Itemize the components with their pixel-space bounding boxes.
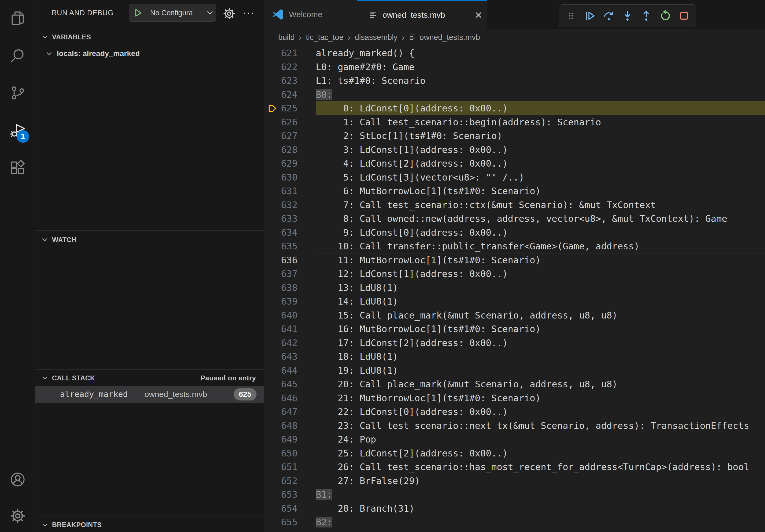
line-number[interactable]: 635 <box>269 239 298 253</box>
line-number[interactable]: 655 <box>269 515 298 529</box>
step-out-button[interactable] <box>639 9 653 23</box>
code-line-630[interactable]: 630 5: LdConst[3](vector<u8>: "" /..) <box>264 170 765 184</box>
line-number[interactable]: 632 <box>269 198 298 212</box>
code-line-648[interactable]: 648 23: Call test_scenario::next_tx(&mut… <box>264 419 765 432</box>
step-over-button[interactable] <box>602 9 616 23</box>
line-number[interactable]: 646 <box>269 391 298 405</box>
code-line-643[interactable]: 643 18: LdU8(1) <box>264 350 765 364</box>
code-line-623[interactable]: 623L1: ts#1#0: Scenario <box>264 74 765 88</box>
line-number[interactable]: 638 <box>269 281 298 295</box>
code-line-646[interactable]: 646 21: MutBorrowLoc[1](ts#1#0: Scenario… <box>264 391 765 405</box>
code-line-636[interactable]: 636 11: MutBorrowLoc[1](ts#1#0: Scenario… <box>264 253 765 267</box>
code-line-649[interactable]: 649 24: Pop <box>264 432 765 446</box>
line-number[interactable]: 648 <box>269 419 298 432</box>
variables-scope-row[interactable]: locals: already_marked <box>35 46 264 61</box>
code-line-640[interactable]: 640 15: Call place_mark(&mut Scenario, a… <box>264 308 765 322</box>
line-number[interactable]: 641 <box>269 322 298 336</box>
close-icon[interactable]: × <box>475 9 482 21</box>
line-number[interactable]: 653 <box>269 487 298 501</box>
code-line-653[interactable]: 653B1: <box>264 487 765 501</box>
line-number[interactable]: 642 <box>269 336 298 350</box>
line-number[interactable]: 628 <box>269 143 298 157</box>
code-line-635[interactable]: 635 10: Call transfer::public_transfer<G… <box>264 239 765 253</box>
code-line-633[interactable]: 633 8: Call owned::new(address, address,… <box>264 212 765 226</box>
accounts-icon[interactable] <box>0 467 35 492</box>
code-line-629[interactable]: 629 4: LdConst[2](address: 0x00..) <box>264 156 765 170</box>
breadcrumb-item-owned_tests.mvb[interactable]: owned_tests.mvb <box>419 33 480 42</box>
line-number[interactable]: 647 <box>269 405 298 419</box>
code-line-652[interactable]: 652 27: BrFalse(29) <box>264 474 765 488</box>
source-control-icon[interactable] <box>0 81 35 105</box>
start-debug-play-icon[interactable] <box>133 8 143 18</box>
code-line-641[interactable]: 641 16: MutBorrowLoc[1](ts#1#0: Scenario… <box>264 322 765 336</box>
code-line-644[interactable]: 644 19: LdU8(1) <box>264 364 765 378</box>
code-line-639[interactable]: 639 14: LdU8(1) <box>264 294 765 308</box>
watch-section-header[interactable]: WATCH <box>35 232 264 247</box>
line-number[interactable]: 636 <box>269 253 298 267</box>
code-line-655[interactable]: 655B2: <box>264 515 765 529</box>
variables-section-header[interactable]: VARIABLES <box>35 30 264 44</box>
line-number[interactable]: 631 <box>269 184 298 198</box>
code-line-638[interactable]: 638 13: LdU8(1) <box>264 281 765 295</box>
line-number[interactable]: 623 <box>269 74 298 88</box>
line-number[interactable]: 654 <box>269 501 298 515</box>
line-number[interactable]: 639 <box>269 294 298 308</box>
line-number[interactable]: 650 <box>269 446 298 460</box>
breadcrumb-item-disassembly[interactable]: disassembly <box>355 33 398 42</box>
gear-icon[interactable] <box>223 7 236 20</box>
call-stack-frame[interactable]: already_marked owned_tests.mvb 625 <box>35 386 264 403</box>
code-line-628[interactable]: 628 3: LdConst[1](address: 0x00..) <box>264 143 765 157</box>
code-line-621[interactable]: 621already_marked() { <box>264 46 765 60</box>
debug-config-dropdown[interactable]: No Configura <box>129 4 216 22</box>
breakpoints-section-header[interactable]: BREAKPOINTS <box>35 518 264 532</box>
line-number[interactable]: 644 <box>269 364 298 378</box>
call-stack-section-header[interactable]: CALL STACK Paused on entry <box>35 371 264 385</box>
line-number[interactable]: 643 <box>269 350 298 364</box>
more-actions-icon[interactable]: ⋯ <box>242 0 255 26</box>
line-number[interactable]: 652 <box>269 474 298 488</box>
line-number[interactable]: 627 <box>269 129 298 143</box>
code-line-642[interactable]: 642 17: LdConst[2](address: 0x00..) <box>264 336 765 350</box>
line-number[interactable]: 633 <box>269 212 298 226</box>
line-number[interactable]: 622 <box>269 60 298 74</box>
line-number[interactable]: 645 <box>269 377 298 391</box>
code-line-631[interactable]: 631 6: MutBorrowLoc[1](ts#1#0: Scenario) <box>264 184 765 198</box>
step-into-button[interactable] <box>620 9 634 23</box>
line-number[interactable]: 651 <box>269 460 298 474</box>
code-line-650[interactable]: 650 25: LdConst[2](address: 0x00..) <box>264 446 765 460</box>
code-line-654[interactable]: 654 28: Branch(31) <box>264 501 765 515</box>
code-line-647[interactable]: 647 22: LdConst[0](address: 0x00..) <box>264 405 765 419</box>
line-number[interactable]: 640 <box>269 308 298 322</box>
line-number[interactable]: 649 <box>269 432 298 446</box>
extensions-icon[interactable] <box>0 155 35 180</box>
line-number[interactable]: 630 <box>269 170 298 184</box>
restart-button[interactable] <box>658 9 672 23</box>
code-line-624[interactable]: 624B0: <box>264 88 765 102</box>
line-number[interactable]: 629 <box>269 156 298 170</box>
breadcrumb-item-tic_tac_toe[interactable]: tic_tac_toe <box>306 33 344 42</box>
line-number[interactable]: 624 <box>269 88 298 102</box>
code-line-651[interactable]: 651 26: Call test_scenario::has_most_rec… <box>264 460 765 474</box>
code-line-634[interactable]: 634 9: LdConst[0](address: 0x00..) <box>264 226 765 239</box>
code-line-625[interactable]: 625 0: LdConst[0](address: 0x00..) <box>264 101 765 115</box>
code-line-645[interactable]: 645 20: Call place_mark(&mut Scenario, a… <box>264 377 765 391</box>
breadcrumb-item-build[interactable]: build <box>278 33 295 42</box>
line-number[interactable]: 637 <box>269 267 298 281</box>
tab-owned-tests[interactable]: owned_tests.mvb × <box>357 0 487 29</box>
code-line-622[interactable]: 622L0: game#2#0: Game <box>264 60 765 74</box>
line-number[interactable]: 626 <box>269 115 298 129</box>
drag-grip-icon[interactable] <box>564 9 578 23</box>
code-line-627[interactable]: 627 2: StLoc[1](ts#1#0: Scenario) <box>264 129 765 143</box>
line-number[interactable]: 634 <box>269 226 298 239</box>
explorer-icon[interactable] <box>0 6 35 31</box>
line-number[interactable]: 621 <box>269 46 298 60</box>
line-text: 24: Pop <box>316 432 376 446</box>
continue-button[interactable] <box>583 9 597 23</box>
search-icon[interactable] <box>0 44 35 69</box>
settings-gear-icon[interactable] <box>0 504 35 528</box>
code-line-637[interactable]: 637 12: LdConst[1](address: 0x00..) <box>264 267 765 281</box>
tab-welcome[interactable]: Welcome <box>264 0 357 29</box>
code-line-632[interactable]: 632 7: Call test_scenario::ctx(&mut Scen… <box>264 198 765 212</box>
stop-button[interactable] <box>677 9 691 23</box>
code-line-626[interactable]: 626 1: Call test_scenario::begin(address… <box>264 115 765 129</box>
